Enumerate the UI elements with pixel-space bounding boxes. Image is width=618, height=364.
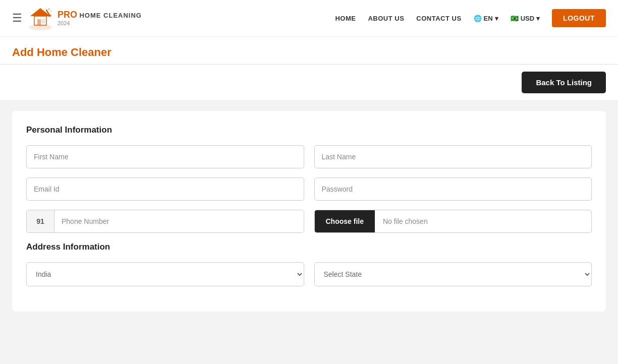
- file-input-group: Choose file No file chosen: [314, 210, 592, 233]
- header: ☰ PRO HOME CLEANING 2024 HOME: [0, 0, 618, 37]
- phone-number-input[interactable]: [54, 210, 304, 232]
- no-file-label: No file chosen: [375, 210, 436, 232]
- state-field: Select State: [314, 262, 592, 286]
- last-name-field: [314, 145, 592, 168]
- logout-button[interactable]: LOGOUT: [552, 9, 606, 27]
- address-info-title: Address Information: [26, 242, 592, 252]
- nav-about[interactable]: ABOUT US: [368, 15, 404, 22]
- personal-info-title: Personal Information: [26, 125, 592, 135]
- logo-pro: PRO HOME CLEANING: [58, 10, 142, 20]
- email-input[interactable]: [26, 177, 304, 201]
- logo-icon: [27, 5, 53, 31]
- lang-chevron-icon: ▾: [495, 15, 498, 22]
- back-to-listing-button[interactable]: Back To Listing: [522, 72, 606, 93]
- logo-text: PRO HOME CLEANING 2024: [58, 10, 142, 26]
- country-select[interactable]: India USA UK Australia: [26, 262, 304, 286]
- header-left: ☰ PRO HOME CLEANING 2024: [12, 5, 142, 31]
- nav-contact[interactable]: CONTACT US: [416, 15, 461, 22]
- currency-selector[interactable]: 🇧🇷 USD ▾: [511, 15, 540, 22]
- currency-flag: 🇧🇷: [511, 15, 519, 22]
- svg-point-8: [50, 11, 51, 12]
- svg-point-7: [48, 9, 50, 10]
- bottom-strip: [0, 322, 618, 337]
- file-upload-field: Choose file No file chosen: [314, 210, 592, 233]
- first-name-field: [26, 145, 304, 168]
- svg-point-6: [47, 15, 51, 17]
- country-field: India USA UK Australia: [26, 262, 304, 286]
- svg-rect-4: [42, 19, 45, 23]
- nav-home[interactable]: HOME: [335, 15, 356, 22]
- name-row: [26, 145, 592, 168]
- currency-chevron-icon: ▾: [536, 15, 540, 22]
- form-section: Personal Information 91: [0, 101, 618, 322]
- back-row: Back To Listing: [0, 65, 618, 101]
- currency-label: USD: [521, 15, 534, 22]
- state-select[interactable]: Select State: [314, 262, 592, 286]
- page-title: Add Home Cleaner: [12, 46, 606, 59]
- phone-input-group: 91: [26, 210, 304, 233]
- lang-flag: 🌐: [474, 15, 482, 22]
- lang-label: EN: [484, 15, 493, 22]
- choose-file-button[interactable]: Choose file: [315, 210, 375, 232]
- form-card: Personal Information 91: [12, 111, 606, 312]
- language-selector[interactable]: 🌐 EN ▾: [474, 15, 498, 22]
- email-field: [26, 177, 304, 201]
- last-name-input[interactable]: [314, 145, 592, 168]
- address-row: India USA UK Australia Select State: [26, 262, 592, 286]
- page-title-bar: Add Home Cleaner: [0, 37, 618, 65]
- phone-field: 91: [26, 210, 304, 233]
- email-password-row: [26, 177, 592, 201]
- hamburger-icon[interactable]: ☰: [12, 12, 22, 25]
- first-name-input[interactable]: [26, 145, 304, 168]
- phone-country-code: 91: [27, 210, 54, 232]
- logo: PRO HOME CLEANING 2024: [27, 5, 142, 31]
- svg-rect-3: [37, 19, 41, 25]
- logo-year: 2024: [58, 20, 142, 26]
- phone-file-row: 91 Choose file No file chosen: [26, 210, 592, 233]
- password-field: [314, 177, 592, 201]
- password-input[interactable]: [314, 177, 592, 201]
- main-nav: HOME ABOUT US CONTACT US 🌐 EN ▾ 🇧🇷 USD ▾…: [335, 9, 606, 27]
